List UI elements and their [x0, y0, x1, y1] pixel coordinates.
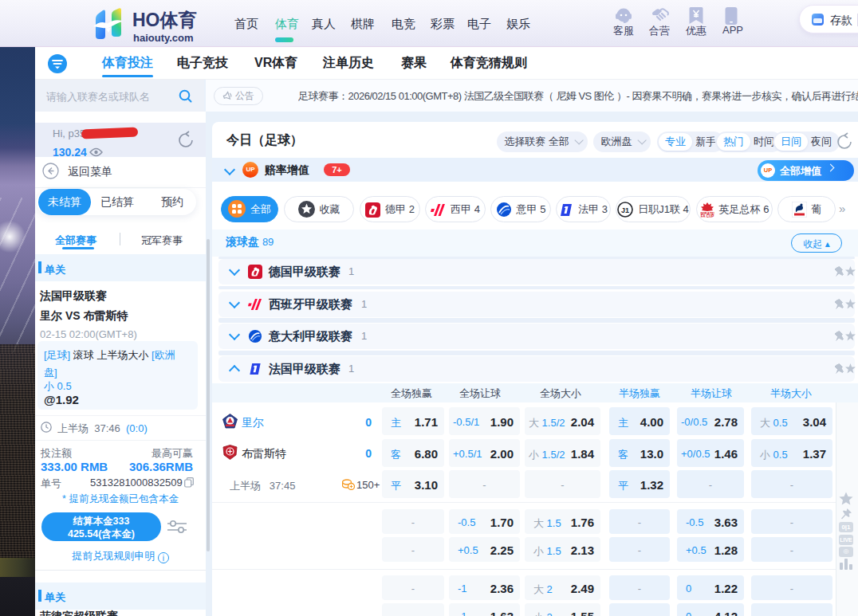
- svg-text:FA CUP: FA CUP: [700, 214, 714, 218]
- svg-text:J1: J1: [621, 206, 629, 214]
